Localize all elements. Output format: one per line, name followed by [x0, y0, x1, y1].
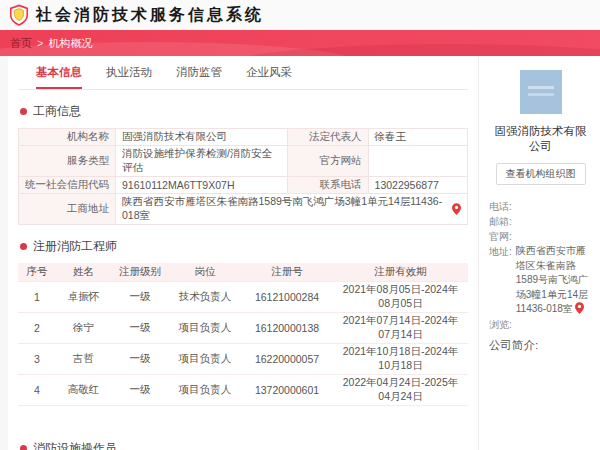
section-title: 消防设施操作员 [33, 440, 117, 450]
company-intro-label: 公司简介: [489, 338, 592, 353]
table-cell: 2021年08月05日-2024年08月05日 [333, 281, 468, 312]
phone-label: 电话: [489, 199, 512, 214]
table-cell: 项目负责人 [169, 312, 241, 343]
table-header-cell: 序号 [18, 263, 56, 281]
app-title: 社会消防技术服务信息系统 [36, 5, 264, 26]
breadcrumb-bar: 首页 > 机构概况 [0, 30, 600, 56]
table-cell: 一级 [111, 343, 169, 374]
tab-bar: 基本信息 执业活动 消防监管 企业风采 [18, 56, 468, 90]
table-cell: 13720000601 [241, 374, 333, 405]
engineers-table: 序号姓名注册级别岗位注册号注册有效期 1卓振怀一级技术负责人1612100028… [18, 263, 468, 406]
table-row: 工商地址 陕西省西安市雁塔区朱雀南路1589号南飞鸿广场3幢1单元14层1143… [19, 194, 468, 225]
tab-fire-supervision[interactable]: 消防监管 [176, 65, 222, 89]
website-value [368, 146, 467, 177]
table-row: 统一社会信用代码 91610112MA6TT9X07H 联系电话 1302295… [19, 177, 468, 194]
field-label: 工商地址 [19, 194, 116, 225]
field-label: 服务类型 [19, 146, 116, 177]
table-cell: 2021年10月18日-2024年10月18日 [333, 343, 468, 374]
table-cell: 一级 [111, 374, 169, 405]
tab-practice-activity[interactable]: 执业活动 [106, 65, 152, 89]
location-pin-icon[interactable] [575, 302, 584, 314]
sidebar-company-name: 固强消防技术有限公司 [489, 124, 592, 154]
main-panel: 基本信息 执业活动 消防监管 企业风采 工商信息 机构名称 固强消防技术有限公司… [8, 56, 478, 450]
table-header-row: 序号姓名注册级别岗位注册号注册有效期 [18, 263, 468, 281]
field-label: 联系电话 [287, 177, 368, 194]
credit-code-value: 91610112MA6TT9X07H [116, 177, 288, 194]
table-cell: 高敬红 [56, 374, 111, 405]
company-sidebar: 固强消防技术有限公司 查看机构组织图 电话: 邮箱: 官网: 地址: 陕西省西安… [478, 56, 600, 450]
section-engineers: 注册消防工程师 [20, 238, 468, 255]
sidebar-views-field: 浏览: [489, 317, 592, 332]
breadcrumb-current: 机构概况 [48, 36, 92, 51]
table-cell: 16220000057 [241, 343, 333, 374]
table-row: 2徐宁一级项目负责人161200001382021年07月14日-2024年07… [18, 312, 468, 343]
table-cell: 16120000138 [241, 312, 333, 343]
sidebar-website-field: 官网: [489, 229, 592, 244]
table-header-cell: 注册有效期 [333, 263, 468, 281]
table-cell: 2021年07月14日-2024年07月14日 [333, 312, 468, 343]
table-cell: 项目负责人 [169, 343, 241, 374]
section-title: 注册消防工程师 [33, 238, 117, 255]
app-header: 社会消防技术服务信息系统 [0, 0, 600, 30]
table-cell: 2 [18, 312, 56, 343]
field-label: 官方网站 [287, 146, 368, 177]
table-header-cell: 注册号 [241, 263, 333, 281]
field-label: 法定代表人 [287, 129, 368, 146]
table-cell: 3 [18, 343, 56, 374]
table-cell: 徐宁 [56, 312, 111, 343]
table-cell: 技术负责人 [169, 281, 241, 312]
breadcrumb-separator: > [37, 37, 43, 49]
company-logo-image [520, 70, 562, 114]
table-cell: 16121000284 [241, 281, 333, 312]
section-business-info: 工商信息 [20, 103, 468, 120]
table-cell: 一级 [111, 312, 169, 343]
location-pin-icon[interactable] [452, 203, 461, 215]
bullet-icon [20, 445, 27, 450]
table-row: 机构名称 固强消防技术有限公司 法定代表人 徐春王 [19, 129, 468, 146]
field-label: 机构名称 [19, 129, 116, 146]
bullet-icon [20, 243, 27, 250]
address-label: 地址: [489, 244, 512, 317]
table-row: 1卓振怀一级技术负责人161210002842021年08月05日-2024年0… [18, 281, 468, 312]
tab-company-style[interactable]: 企业风采 [246, 65, 292, 89]
field-label: 统一社会信用代码 [19, 177, 116, 194]
bullet-icon [20, 108, 27, 115]
table-cell: 一级 [111, 281, 169, 312]
table-header-cell: 注册级别 [111, 263, 169, 281]
table-header-cell: 姓名 [56, 263, 111, 281]
table-row: 服务类型 消防设施维护保养检测/消防安全评估 官方网站 [19, 146, 468, 177]
table-cell: 卓振怀 [56, 281, 111, 312]
table-cell: 1 [18, 281, 56, 312]
section-operators: 消防设施操作员 [20, 440, 468, 450]
table-cell: 2022年04月24日-2025年04月24日 [333, 374, 468, 405]
content-area: 基本信息 执业活动 消防监管 企业风采 工商信息 机构名称 固强消防技术有限公司… [0, 56, 600, 450]
business-info-table: 机构名称 固强消防技术有限公司 法定代表人 徐春王 服务类型 消防设施维护保养检… [18, 128, 468, 225]
table-cell: 项目负责人 [169, 374, 241, 405]
table-row: 4高敬红一级项目负责人137200006012022年04月24日-2025年0… [18, 374, 468, 405]
sidebar-address-field: 地址: 陕西省西安市雁塔区朱雀南路1589号南飞鸿广场3幢1单元14层11436… [489, 244, 592, 317]
section-title: 工商信息 [33, 103, 81, 120]
views-label: 浏览: [489, 317, 512, 332]
tab-basic-info[interactable]: 基本信息 [36, 65, 82, 89]
legal-rep-value: 徐春王 [368, 129, 467, 146]
sidebar-email-field: 邮箱: [489, 214, 592, 229]
table-cell: 4 [18, 374, 56, 405]
breadcrumb: 首页 > 机构概况 [10, 36, 92, 51]
website-label: 官网: [489, 229, 512, 244]
shield-logo-icon [8, 4, 30, 26]
contact-phone-value: 13022956877 [368, 177, 467, 194]
table-cell: 吉哲 [56, 343, 111, 374]
service-type-value: 消防设施维护保养检测/消防安全评估 [116, 146, 288, 177]
email-label: 邮箱: [489, 214, 512, 229]
view-org-chart-button[interactable]: 查看机构组织图 [496, 163, 586, 185]
sidebar-phone-field: 电话: [489, 199, 592, 214]
breadcrumb-home-link[interactable]: 首页 [10, 36, 32, 51]
org-name-value: 固强消防技术有限公司 [116, 129, 288, 146]
table-header-cell: 岗位 [169, 263, 241, 281]
business-address-value: 陕西省西安市雁塔区朱雀南路1589号南飞鸿广场3幢1单元14层11436-018… [122, 195, 446, 223]
table-row: 3吉哲一级项目负责人162200000572021年10月18日-2024年10… [18, 343, 468, 374]
